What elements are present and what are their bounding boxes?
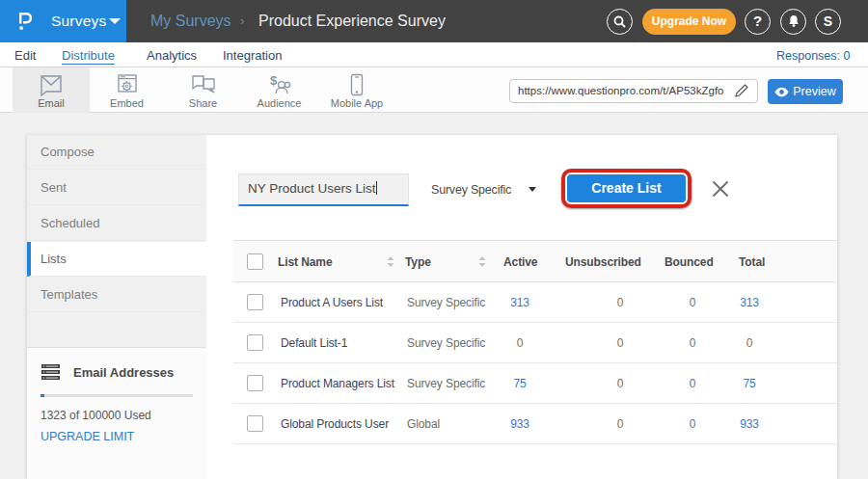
svg-text:$: $ — [270, 73, 278, 88]
